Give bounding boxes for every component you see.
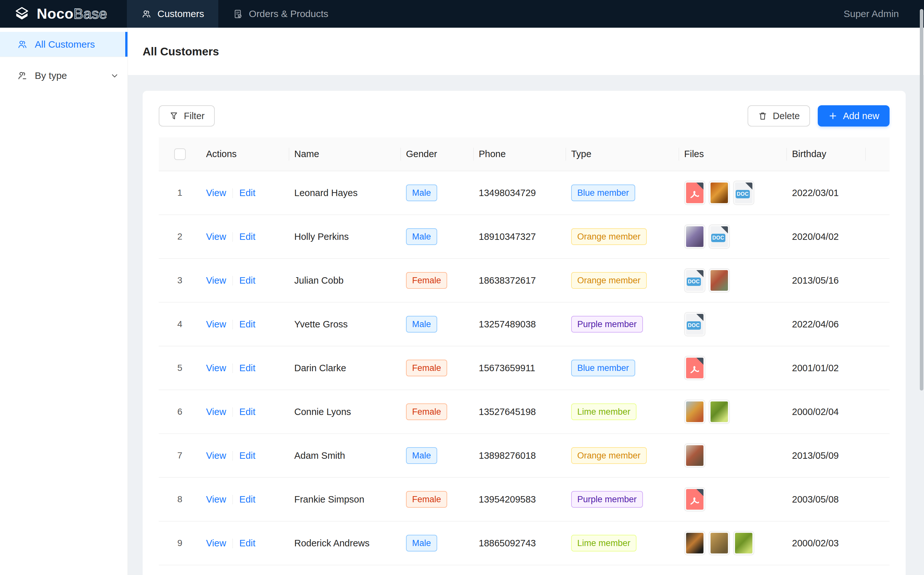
- action-divider: [232, 538, 233, 548]
- image-thumbnail[interactable]: [709, 400, 730, 424]
- nocobase-logo: NocoBase: [0, 0, 127, 28]
- edit-link[interactable]: Edit: [239, 538, 255, 548]
- navbar-spacer: [343, 0, 843, 28]
- filter-button[interactable]: Filter: [159, 105, 215, 127]
- vertical-scrollbar[interactable]: [920, 9, 923, 391]
- sidebar-divider: [0, 57, 127, 57]
- action-divider: [232, 320, 233, 329]
- customer-name: Yvette Gross: [294, 319, 348, 329]
- gender-tag: Male: [406, 535, 437, 551]
- doc-label: DOC: [687, 321, 701, 330]
- delete-button[interactable]: Delete: [748, 105, 810, 127]
- customers-card: Filter Delete Add new: [143, 91, 906, 575]
- view-link[interactable]: View: [206, 319, 226, 329]
- edit-link[interactable]: Edit: [239, 407, 255, 417]
- phone-number: 15673659911: [479, 363, 535, 373]
- order-doc-icon: [232, 9, 243, 19]
- image-thumbnail[interactable]: [684, 531, 705, 555]
- birthday: 2000/02/03: [792, 538, 839, 548]
- plus-icon: [828, 111, 838, 121]
- birthday: 2013/05/09: [792, 450, 839, 461]
- member-type-tag: Orange member: [571, 272, 647, 289]
- image-thumbnail[interactable]: [684, 224, 705, 249]
- doc-label: DOC: [736, 190, 750, 198]
- tab-customers[interactable]: Customers: [127, 0, 218, 28]
- image-thumbnail[interactable]: [684, 400, 705, 424]
- add-new-label: Add new: [843, 111, 879, 121]
- image-thumbnail[interactable]: [684, 443, 705, 468]
- sidebar-item-all-customers[interactable]: All Customers: [0, 32, 127, 57]
- customer-name: Holly Perkins: [294, 232, 349, 242]
- view-link[interactable]: View: [206, 538, 226, 548]
- doc-file-icon[interactable]: DOC: [709, 224, 730, 249]
- user-switch-icon: [17, 70, 28, 81]
- row-index: 3: [178, 275, 183, 285]
- table-row: 5 ViewEdit Darin Clarke Female 156736599…: [159, 346, 889, 390]
- birthday: 2022/03/01: [792, 188, 839, 198]
- doc-label: DOC: [687, 278, 701, 286]
- nocobase-cube-icon: [13, 5, 31, 23]
- sidebar-item-label: All Customers: [35, 39, 95, 50]
- row-index: 7: [178, 450, 183, 461]
- image-thumbnail[interactable]: [733, 531, 754, 555]
- row-index: 9: [178, 538, 183, 548]
- gender-tag: Female: [406, 491, 447, 508]
- select-all-checkbox[interactable]: [174, 148, 186, 160]
- image-thumbnail[interactable]: [709, 181, 730, 205]
- pdf-file-icon[interactable]: [684, 487, 705, 511]
- birthday: 2003/05/08: [792, 494, 839, 505]
- row-index: 2: [178, 232, 183, 241]
- birthday: 2020/04/02: [792, 232, 839, 242]
- edit-link[interactable]: Edit: [239, 450, 255, 461]
- birthday: 2000/02/04: [792, 407, 839, 417]
- customer-name: Leonard Hayes: [294, 188, 358, 198]
- customers-table: Actions Name Gender Phone Type Files Bir…: [159, 137, 889, 565]
- sidebar-item-by-type[interactable]: By type: [0, 63, 127, 88]
- view-link[interactable]: View: [206, 363, 226, 373]
- phone-number: 18910347327: [479, 232, 536, 242]
- files-cell: DOC: [684, 312, 782, 337]
- member-type-tag: Lime member: [571, 535, 637, 551]
- user-menu[interactable]: Super Admin: [843, 0, 924, 28]
- view-link[interactable]: View: [206, 407, 226, 417]
- doc-file-icon[interactable]: DOC: [733, 181, 754, 205]
- action-divider: [232, 495, 233, 505]
- view-link[interactable]: View: [206, 188, 226, 198]
- view-link[interactable]: View: [206, 275, 226, 286]
- row-index: 4: [178, 319, 183, 329]
- gender-tag: Male: [406, 228, 437, 245]
- phone-number: 18865092743: [479, 538, 536, 548]
- member-type-tag: Purple member: [571, 491, 643, 508]
- birthday: 2022/04/06: [792, 319, 839, 329]
- view-link[interactable]: View: [206, 232, 226, 242]
- table-row: 2 ViewEdit Holly Perkins Male 1891034732…: [159, 215, 889, 259]
- view-link[interactable]: View: [206, 494, 226, 505]
- edit-link[interactable]: Edit: [239, 188, 255, 198]
- filter-icon: [169, 111, 179, 121]
- table-row: 1 ViewEdit Leonard Hayes Male 1349803472…: [159, 171, 889, 215]
- doc-file-icon[interactable]: DOC: [684, 312, 705, 337]
- member-type-tag: Orange member: [571, 447, 647, 464]
- chevron-down-icon: [110, 71, 119, 80]
- trash-icon: [758, 111, 768, 121]
- image-thumbnail[interactable]: [709, 268, 730, 293]
- row-index: 8: [178, 494, 183, 504]
- member-type-tag: Purple member: [571, 316, 643, 333]
- doc-label: DOC: [711, 234, 726, 242]
- add-new-button[interactable]: Add new: [818, 105, 889, 127]
- phone-number: 13498034729: [479, 188, 536, 198]
- edit-link[interactable]: Edit: [239, 275, 255, 286]
- member-type-tag: Blue member: [571, 360, 635, 376]
- pdf-file-icon[interactable]: [684, 356, 705, 380]
- edit-link[interactable]: Edit: [239, 494, 255, 505]
- edit-link[interactable]: Edit: [239, 232, 255, 242]
- tab-orders-products[interactable]: Orders & Products: [218, 0, 343, 28]
- doc-file-icon[interactable]: DOC: [684, 268, 705, 293]
- column-header-actions: Actions: [201, 137, 289, 171]
- edit-link[interactable]: Edit: [239, 363, 255, 373]
- image-thumbnail[interactable]: [709, 531, 730, 555]
- view-link[interactable]: View: [206, 450, 226, 461]
- edit-link[interactable]: Edit: [239, 319, 255, 329]
- column-header-select: [159, 137, 201, 171]
- pdf-file-icon[interactable]: [684, 181, 705, 205]
